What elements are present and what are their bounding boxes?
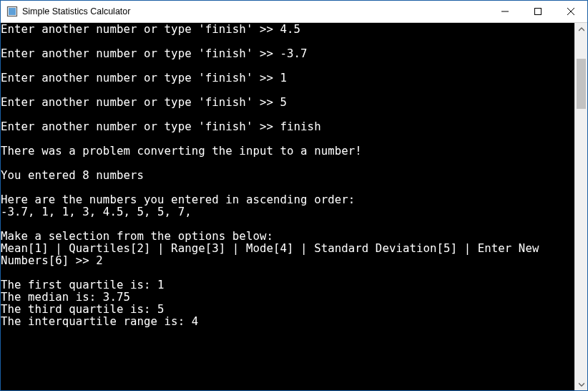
vertical-scrollbar[interactable] — [574, 23, 587, 390]
svg-rect-3 — [535, 9, 542, 15]
svg-rect-1 — [9, 8, 16, 15]
console-line — [1, 84, 574, 96]
window-controls — [489, 1, 587, 22]
console-line: The interquartile range is: 4 — [1, 315, 574, 327]
console-line: The third quartile is: 5 — [1, 303, 574, 315]
console-line: Enter another number or type 'finish' >>… — [1, 47, 574, 59]
console-output[interactable]: Enter another number or type 'finish' >>… — [1, 23, 574, 390]
console-line: The median is: 3.75 — [1, 291, 574, 303]
console-line: Make a selection from the options below: — [1, 230, 574, 242]
titlebar[interactable]: Simple Statistics Calculator — [1, 1, 587, 23]
console-line: Enter another number or type 'finish' >>… — [1, 96, 574, 108]
console-line: Enter another number or type 'finish' >>… — [1, 120, 574, 132]
scroll-down-arrow-icon[interactable] — [575, 378, 587, 390]
console-line — [1, 181, 574, 193]
console-line: There was a problem converting the input… — [1, 145, 574, 157]
console-line: The first quartile is: 1 — [1, 279, 574, 291]
close-button[interactable] — [554, 1, 587, 22]
console-line — [1, 108, 574, 120]
console-line — [1, 218, 574, 230]
scroll-up-arrow-icon[interactable] — [575, 23, 587, 35]
maximize-button[interactable] — [521, 1, 554, 22]
app-icon — [6, 6, 18, 17]
console-line — [1, 157, 574, 169]
scrollbar-thumb[interactable] — [577, 59, 586, 109]
console-line — [1, 59, 574, 72]
console-line — [1, 132, 574, 145]
console-line: -3.7, 1, 1, 3, 4.5, 5, 5, 7, — [1, 206, 574, 218]
console-line: Enter another number or type 'finish' >>… — [1, 72, 574, 84]
console-line — [1, 35, 574, 47]
console-line: You entered 8 numbers — [1, 169, 574, 181]
console-line: Mean[1] | Quartiles[2] | Range[3] | Mode… — [1, 242, 574, 266]
client-area: Enter another number or type 'finish' >>… — [1, 23, 587, 390]
console-line: Here are the numbers you entered in asce… — [1, 193, 574, 206]
console-line: Enter another number or type 'finish' >>… — [1, 23, 574, 35]
window-frame: Simple Statistics Calculator Enter anoth… — [0, 0, 588, 391]
window-title: Simple Statistics Calculator — [22, 6, 489, 16]
minimize-button[interactable] — [489, 1, 521, 22]
console-line — [1, 266, 574, 279]
